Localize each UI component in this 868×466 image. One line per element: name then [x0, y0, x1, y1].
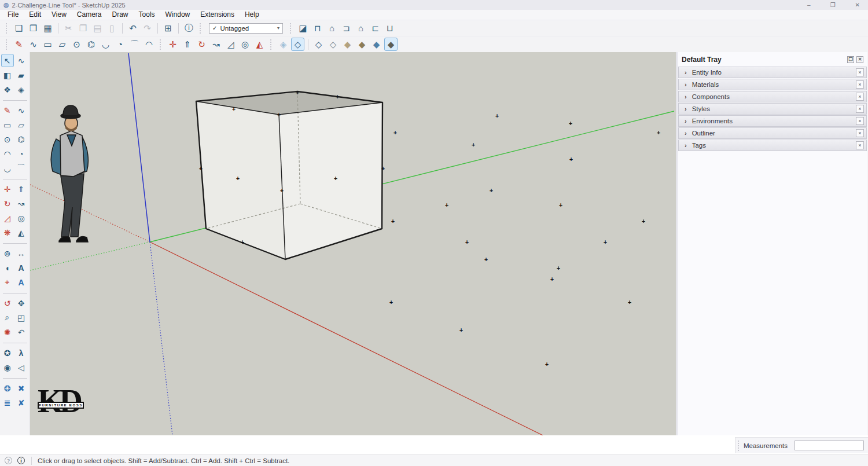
extension-tool-1-icon[interactable]: ❂ — [1, 381, 14, 395]
shaded-with-textures-style-icon[interactable]: ◆ — [355, 38, 369, 51]
guide-point[interactable]: + — [495, 112, 499, 119]
rotated-rectangle-tool-icon[interactable]: ▱ — [56, 38, 69, 51]
menu-help[interactable]: Help — [240, 10, 264, 20]
guide-point[interactable]: + — [391, 218, 395, 224]
save-icon[interactable]: ▦ — [41, 21, 54, 35]
menu-camera[interactable]: Camera — [72, 10, 107, 20]
front-view-icon[interactable]: ⌂ — [325, 21, 339, 35]
shaded-style-icon[interactable]: ◆ — [341, 38, 354, 51]
guide-point[interactable]: + — [389, 299, 393, 305]
x-ray-style-icon[interactable]: ◈ — [277, 38, 290, 51]
section-close-button[interactable]: × — [856, 68, 864, 76]
3d-text-tool-icon[interactable]: A — [15, 276, 28, 289]
pan-tool-icon[interactable]: ✥ — [15, 296, 28, 310]
print-icon[interactable]: ⊞ — [161, 21, 175, 35]
push-pull-tool-icon[interactable]: ⇑ — [15, 182, 28, 196]
scale-tool-icon[interactable]: ◿ — [224, 38, 237, 51]
open-icon[interactable]: ❒ — [27, 21, 40, 35]
rotate-tool-icon[interactable]: ↻ — [195, 38, 208, 51]
restore-button[interactable]: ❐ — [830, 2, 836, 8]
position-camera-tool-icon[interactable]: ✪ — [1, 346, 14, 359]
minimize-button[interactable]: – — [807, 2, 811, 8]
tray-section-entity-info[interactable]: ›Entity Info× — [678, 67, 867, 78]
guide-point[interactable]: + — [550, 276, 554, 282]
guide-point[interactable]: + — [336, 93, 339, 100]
redo-icon[interactable]: ↷ — [141, 21, 154, 35]
delete-icon[interactable]: ▯ — [105, 21, 119, 35]
viewport-canvas[interactable]: KD FURNITURE BOSS ++++++++++++++++++++++… — [30, 52, 676, 435]
info-icon[interactable]: i — [17, 457, 25, 464]
copy-icon[interactable]: ❐ — [76, 21, 90, 35]
geolocation-icon[interactable]: ? — [5, 457, 12, 464]
back-view-icon[interactable]: ⌂ — [354, 21, 367, 35]
model-info-icon[interactable]: ⓘ — [182, 21, 196, 35]
guide-point[interactable]: + — [569, 120, 572, 126]
pie-tool-icon[interactable]: ◔ — [113, 38, 127, 51]
tag-tool-icon[interactable]: ◈ — [15, 83, 28, 96]
arc-tool-icon[interactable]: ◠ — [1, 147, 14, 160]
guide-point[interactable]: + — [545, 361, 549, 367]
extension-tool-4-icon[interactable]: ✘ — [15, 396, 28, 409]
bottom-view-icon[interactable]: ⊔ — [383, 21, 396, 35]
extension-tool-2-icon[interactable]: ✖ — [15, 381, 28, 395]
orbit-tool-icon[interactable]: ↺ — [1, 296, 14, 310]
rotate-tool-icon[interactable]: ↻ — [1, 197, 14, 210]
walk-tool-icon[interactable]: λ — [15, 346, 28, 359]
polygon-tool-icon[interactable]: ⌬ — [84, 38, 98, 51]
guide-point[interactable]: + — [393, 129, 397, 135]
follow-me-tool-icon[interactable]: ↝ — [209, 38, 223, 51]
measurements-input[interactable] — [795, 441, 864, 450]
menu-window[interactable]: Window — [160, 10, 196, 20]
push-pull-tool-icon[interactable]: ⇑ — [181, 38, 194, 51]
polygon-tool-icon[interactable]: ⌬ — [15, 133, 28, 146]
tray-section-styles[interactable]: ›Styles× — [678, 103, 867, 115]
monochrome-style-icon[interactable]: ◆ — [370, 38, 383, 51]
iso-view-icon[interactable]: ◪ — [296, 21, 310, 35]
tray-section-outliner[interactable]: ›Outliner× — [678, 127, 867, 139]
three-point-arc-tool-icon[interactable]: ⌒ — [15, 162, 28, 175]
guide-point[interactable]: + — [459, 326, 463, 333]
menu-file[interactable]: File — [2, 10, 24, 20]
guide-point[interactable]: + — [232, 105, 236, 112]
guide-point[interactable]: + — [296, 89, 299, 96]
cut-icon[interactable]: ✂ — [62, 21, 75, 35]
tray-section-components[interactable]: ›Components× — [678, 91, 867, 102]
cube-right-face[interactable] — [279, 102, 382, 259]
dimensions-tool-icon[interactable]: ↔ — [15, 247, 28, 260]
axes-tool-icon[interactable]: ⌖ — [1, 276, 14, 289]
zoom-window-tool-icon[interactable]: ◰ — [15, 311, 28, 324]
pie-tool-icon[interactable]: ◔ — [15, 147, 28, 160]
select-tool-icon[interactable]: ↖ — [1, 54, 14, 67]
rotated-rectangle-tool-icon[interactable]: ▱ — [15, 118, 28, 131]
follow-me-tool-icon[interactable]: ↝ — [15, 197, 28, 210]
freehand-tool-icon[interactable]: ∿ — [15, 104, 28, 117]
guide-point[interactable]: + — [657, 129, 660, 135]
section-close-button[interactable]: × — [856, 117, 864, 125]
guide-point[interactable]: + — [604, 238, 607, 245]
tray-section-materials[interactable]: ›Materials× — [678, 79, 867, 90]
rectangle-tool-icon[interactable]: ▭ — [41, 38, 54, 51]
flip-tool-icon[interactable]: ◭ — [253, 38, 266, 51]
tape-measure-tool-icon[interactable]: ⊚ — [1, 247, 14, 260]
undo-icon[interactable]: ↶ — [126, 21, 139, 35]
tag-filter-dropdown[interactable]: ✓ Untagged ▾ — [209, 23, 283, 34]
section-close-button[interactable]: × — [856, 141, 864, 149]
tray-close-button[interactable]: ✕ — [856, 56, 863, 63]
tray-section-environments[interactable]: ›Environments× — [678, 115, 867, 127]
menu-extensions[interactable]: Extensions — [195, 10, 240, 20]
arc-tool-icon[interactable]: ◠ — [142, 38, 156, 51]
zoom-tool-icon[interactable]: ⌕ — [1, 311, 14, 324]
guide-point[interactable]: + — [381, 165, 385, 171]
guide-point[interactable]: + — [277, 111, 281, 118]
stretch-tool-icon[interactable]: ❋ — [1, 226, 14, 239]
components-tool-icon[interactable]: ❖ — [1, 83, 14, 96]
left-view-icon[interactable]: ⊏ — [369, 21, 382, 35]
rectangle-tool-icon[interactable]: ▭ — [1, 118, 14, 131]
two-point-arc-tool-icon[interactable]: ◡ — [1, 162, 14, 175]
offset-tool-icon[interactable]: ◎ — [238, 38, 252, 51]
guide-point[interactable]: + — [557, 265, 560, 271]
extension-tool-3-icon[interactable]: ≣ — [1, 396, 14, 409]
toolbar-grip[interactable] — [738, 441, 740, 451]
line-tool-icon[interactable]: ✎ — [12, 38, 25, 51]
top-view-icon[interactable]: ⊓ — [311, 21, 324, 35]
